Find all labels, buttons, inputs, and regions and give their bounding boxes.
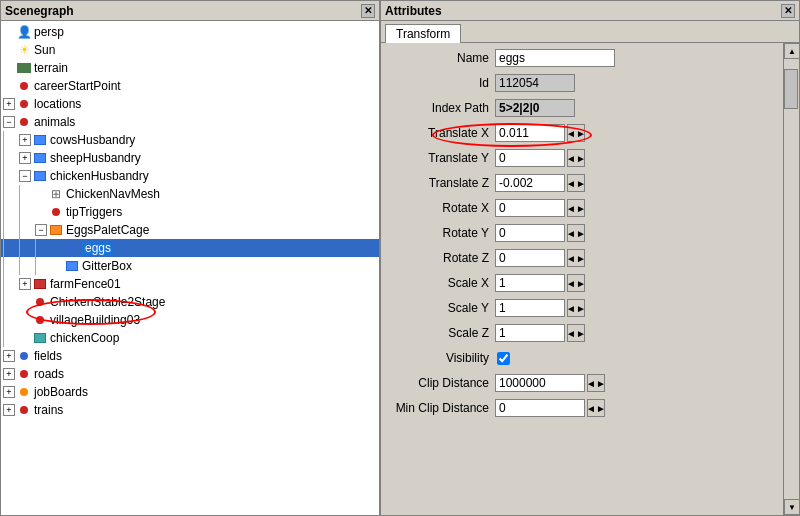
attributes-title: Attributes bbox=[385, 4, 442, 18]
rotate-z-stepper[interactable]: ◄► bbox=[567, 249, 585, 267]
scale-y-row: Scale Y ◄► bbox=[385, 297, 779, 319]
scroll-down-button[interactable]: ▼ bbox=[784, 499, 799, 515]
expander-jobBoards[interactable]: + bbox=[3, 386, 15, 398]
name-input[interactable] bbox=[495, 49, 615, 67]
tree-item-EggsPaletCage[interactable]: − EggsPaletCage bbox=[1, 221, 379, 239]
mesh-icon: ⊞ bbox=[49, 187, 63, 201]
box-blue-icon bbox=[33, 133, 47, 147]
visibility-checkbox[interactable] bbox=[497, 352, 510, 365]
rotate-z-input[interactable] bbox=[495, 249, 565, 267]
expander-locations[interactable]: + bbox=[3, 98, 15, 110]
tree-item-eggs[interactable]: eggs bbox=[1, 239, 379, 257]
terrain-icon bbox=[17, 61, 31, 75]
scenegraph-tree: 👤 persp☀ Sun terrain careerStartPoint+ l… bbox=[1, 21, 379, 515]
expander-fields[interactable]: + bbox=[3, 350, 15, 362]
name-label: Name bbox=[385, 51, 495, 65]
tree-item-roads[interactable]: + roads bbox=[1, 365, 379, 383]
translate-z-label: Translate Z bbox=[385, 176, 495, 190]
translate-y-stepper[interactable]: ◄► bbox=[567, 149, 585, 167]
clip-distance-label: Clip Distance bbox=[385, 376, 495, 390]
tree-item-chickenHusbandry[interactable]: − chickenHusbandry bbox=[1, 167, 379, 185]
tree-item-jobBoards[interactable]: + jobBoards bbox=[1, 383, 379, 401]
min-clip-distance-label: Min Clip Distance bbox=[385, 401, 495, 415]
dot-red-icon bbox=[17, 367, 31, 381]
dot-red-icon bbox=[17, 79, 31, 93]
node-label-farmFence01: farmFence01 bbox=[50, 277, 121, 291]
min-clip-distance-input[interactable] bbox=[495, 399, 585, 417]
translate-x-stepper[interactable]: ◄► bbox=[567, 124, 585, 142]
tree-item-tipTriggers[interactable]: tipTriggers bbox=[1, 203, 379, 221]
tree-item-sheepHusbandry[interactable]: + sheepHusbandry bbox=[1, 149, 379, 167]
rotate-z-row: Rotate Z ◄► bbox=[385, 247, 779, 269]
index-path-label: Index Path bbox=[385, 101, 495, 115]
node-label-ChickenStable2Stage: ChickenStable2Stage bbox=[50, 295, 165, 309]
translate-z-input[interactable] bbox=[495, 174, 565, 192]
expander-cowsHusbandry[interactable]: + bbox=[19, 134, 31, 146]
scale-x-stepper[interactable]: ◄► bbox=[567, 274, 585, 292]
tree-item-locations[interactable]: + locations bbox=[1, 95, 379, 113]
attributes-scrollbar[interactable]: ▲ ▼ bbox=[783, 43, 799, 515]
expander-roads[interactable]: + bbox=[3, 368, 15, 380]
scroll-up-button[interactable]: ▲ bbox=[784, 43, 799, 59]
expander-sheepHusbandry[interactable]: + bbox=[19, 152, 31, 164]
rotate-y-row: Rotate Y ◄► bbox=[385, 222, 779, 244]
dot-blue-icon bbox=[65, 241, 79, 255]
min-clip-distance-stepper[interactable]: ◄► bbox=[587, 399, 605, 417]
scale-z-stepper[interactable]: ◄► bbox=[567, 324, 585, 342]
translate-x-input[interactable] bbox=[495, 124, 565, 142]
node-label-animals: animals bbox=[34, 115, 75, 129]
attributes-close-button[interactable]: ✕ bbox=[781, 4, 795, 18]
node-label-roads: roads bbox=[34, 367, 64, 381]
scale-z-input[interactable] bbox=[495, 324, 565, 342]
scale-x-input[interactable] bbox=[495, 274, 565, 292]
scenegraph-header: Scenegraph ✕ bbox=[1, 1, 379, 21]
rotate-y-stepper[interactable]: ◄► bbox=[567, 224, 585, 242]
node-label-chickenCoop: chickenCoop bbox=[50, 331, 119, 345]
expander-EggsPaletCage[interactable]: − bbox=[35, 224, 47, 236]
clip-distance-input[interactable] bbox=[495, 374, 585, 392]
tree-item-terrain[interactable]: terrain bbox=[1, 59, 379, 77]
scale-y-stepper[interactable]: ◄► bbox=[567, 299, 585, 317]
tree-item-ChickenNavMesh[interactable]: ⊞ ChickenNavMesh bbox=[1, 185, 379, 203]
tree-item-fields[interactable]: + fields bbox=[1, 347, 379, 365]
translate-z-stepper[interactable]: ◄► bbox=[567, 174, 585, 192]
node-label-sun: Sun bbox=[34, 43, 55, 57]
scrollbar-track[interactable] bbox=[784, 59, 799, 499]
rotate-y-input[interactable] bbox=[495, 224, 565, 242]
scrollbar-thumb[interactable] bbox=[784, 69, 798, 109]
expander-chickenHusbandry[interactable]: − bbox=[19, 170, 31, 182]
tree-item-trains[interactable]: + trains bbox=[1, 401, 379, 419]
tree-item-sun[interactable]: ☀ Sun bbox=[1, 41, 379, 59]
tree-item-cowsHusbandry[interactable]: + cowsHusbandry bbox=[1, 131, 379, 149]
tree-item-GitterBox[interactable]: GitterBox bbox=[1, 257, 379, 275]
expander-trains[interactable]: + bbox=[3, 404, 15, 416]
node-label-GitterBox: GitterBox bbox=[82, 259, 132, 273]
tree-item-chickenCoop[interactable]: chickenCoop bbox=[1, 329, 379, 347]
name-row: Name bbox=[385, 47, 779, 69]
tree-item-ChickenStable2Stage[interactable]: ChickenStable2Stage bbox=[1, 293, 379, 311]
tree-item-villageBuilding03[interactable]: villageBuilding03 bbox=[1, 311, 379, 329]
box-blue-icon bbox=[65, 259, 79, 273]
tree-item-farmFence01[interactable]: + farmFence01 bbox=[1, 275, 379, 293]
sun-icon: ☀ bbox=[17, 43, 31, 57]
node-label-locations: locations bbox=[34, 97, 81, 111]
dot-red-icon bbox=[33, 313, 47, 327]
rotate-x-input[interactable] bbox=[495, 199, 565, 217]
clip-distance-stepper[interactable]: ◄► bbox=[587, 374, 605, 392]
dot-red-icon bbox=[49, 205, 63, 219]
rotate-x-stepper[interactable]: ◄► bbox=[567, 199, 585, 217]
translate-y-row: Translate Y ◄► bbox=[385, 147, 779, 169]
node-label-ChickenNavMesh: ChickenNavMesh bbox=[66, 187, 160, 201]
translate-y-input[interactable] bbox=[495, 149, 565, 167]
expander-animals[interactable]: − bbox=[3, 116, 15, 128]
translate-y-label: Translate Y bbox=[385, 151, 495, 165]
tree-item-animals[interactable]: − animals bbox=[1, 113, 379, 131]
tree-item-persp[interactable]: 👤 persp bbox=[1, 23, 379, 41]
scale-y-input[interactable] bbox=[495, 299, 565, 317]
tab-transform[interactable]: Transform bbox=[385, 24, 461, 43]
box-red-icon bbox=[33, 277, 47, 291]
scenegraph-close-button[interactable]: ✕ bbox=[361, 4, 375, 18]
id-row: Id bbox=[385, 72, 779, 94]
tree-item-careerStartPoint[interactable]: careerStartPoint bbox=[1, 77, 379, 95]
expander-farmFence01[interactable]: + bbox=[19, 278, 31, 290]
